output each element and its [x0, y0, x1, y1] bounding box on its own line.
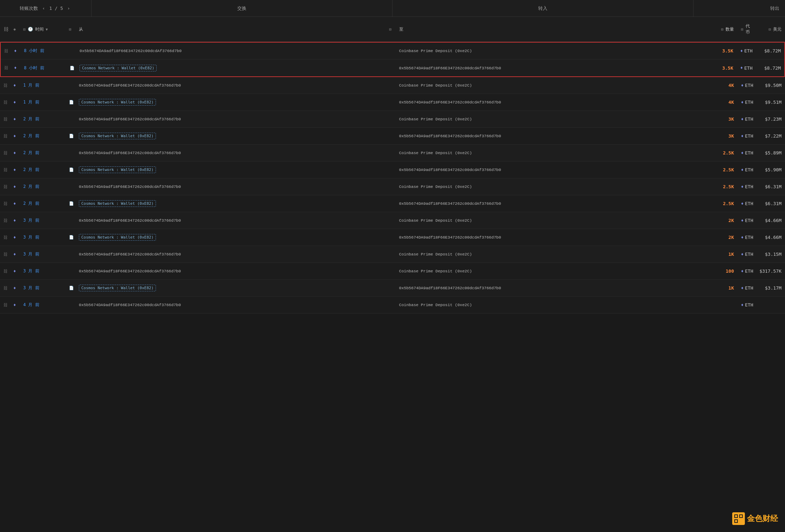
cosmos-tag[interactable]: Cosmos Network : Wallet (0xE82) [79, 285, 156, 291]
time-col-header[interactable]: ⊟ 🕐 时间 ▼ [20, 20, 65, 39]
row-to[interactable]: 0x5b5674DA9adf18F66E347262c00dcdAf3766d7… [396, 164, 706, 176]
row-eth-icon: ♦ [10, 299, 20, 311]
row-link-icon: ⛓ [0, 130, 10, 142]
table-row[interactable]: ⛓ ♦ 1 月 前 📄 Cosmos Network : Wallet (0xE… [0, 94, 785, 111]
table-row[interactable]: ⛓ ♦ 2 月 前 0x5b5674DA9adf18F66E347262c00d… [0, 111, 785, 128]
row-to[interactable]: Coinbase Prime Deposit (0xe2C) [396, 299, 706, 311]
row-from[interactable]: 0x5b5674DA9adf18F66E347262c00dcdAf3766d7… [75, 248, 386, 260]
row-usd: $8.72M [756, 45, 784, 57]
row-amount: 3.5K [705, 45, 737, 57]
row-to-icon [386, 302, 396, 309]
row-time: 3 月 前 [20, 231, 65, 244]
row-to[interactable]: Coinbase Prime Deposit (0xe2C) [396, 80, 706, 91]
row-amount [706, 302, 737, 309]
row-to[interactable]: 0x5b5674DA9adf18F66E347262c00dcdAf3766d7… [396, 282, 706, 294]
table-row[interactable]: ⛓ ♦ 2 月 前 📄 Cosmos Network : Wallet (0xE… [0, 128, 785, 145]
row-from[interactable]: Cosmos Network : Wallet (0xE82) [75, 230, 386, 244]
link-icon: ⛓ [4, 26, 8, 32]
row-from[interactable]: Cosmos Network : Wallet (0xE82) [75, 197, 386, 210]
row-from-icon [65, 150, 75, 157]
row-from[interactable]: Cosmos Network : Wallet (0xE82) [75, 95, 386, 109]
table-row[interactable]: ⛓ ♦ 2 月 前 📄 Cosmos Network : Wallet (0xE… [0, 162, 785, 178]
cosmos-tag[interactable]: Cosmos Network : Wallet (0xE82) [79, 166, 156, 173]
row-to[interactable]: 0x5b5674DA9adf18F66E347262c00dcdAf3766d7… [396, 130, 706, 142]
cosmos-tag[interactable]: Cosmos Network : Wallet (0xE82) [79, 234, 156, 241]
table-row[interactable]: ⛓ ♦ 3 月 前 0x5b5674DA9adf18F66E347262c00d… [0, 263, 785, 280]
doc-icon: 📄 [69, 134, 74, 138]
cosmos-tag[interactable]: Cosmos Network : Wallet (0xE82) [79, 133, 156, 139]
row-amount: 2K [706, 214, 737, 227]
row-to[interactable]: Coinbase Prime Deposit (0xe2C) [396, 113, 706, 125]
row-link-icon: ⛓ [0, 147, 10, 159]
row-to[interactable]: Coinbase Prime Deposit (0xe2C) [396, 181, 706, 192]
row-to[interactable]: 0x5b5674DA9adf18F66E347262c00dcdAf3766d7… [396, 96, 706, 108]
amount-col-header[interactable]: ⊟ 数量 [706, 20, 737, 39]
row-from[interactable]: Cosmos Network : Wallet (0xE82) [75, 281, 386, 295]
row-to[interactable]: Coinbase Prime Deposit (0xe2C) [396, 265, 706, 277]
table-row[interactable]: ⛓ ♦ 1 月 前 0x5b5674DA9adf18F66E347262c00d… [0, 77, 785, 94]
row-from-cosmos[interactable]: Cosmos Network : Wallet (0xE82) [76, 61, 386, 75]
row-from[interactable]: Cosmos Network : Wallet (0xE82) [75, 129, 386, 143]
cosmos-tag[interactable]: Cosmos Network : Wallet (0xE82) [80, 65, 157, 71]
row-to[interactable]: Coinbase Prime Deposit (0xe2C) [396, 248, 706, 260]
sort-icon-time: ▼ [46, 27, 48, 31]
row-from[interactable]: 0x5b5674DA9adf18F66E347262c00dcdAf3766d7… [75, 147, 386, 159]
doc-icon: 📄 [70, 66, 75, 70]
eth-diamond-icon: ♦ [13, 134, 16, 139]
row-to-icon [386, 268, 396, 275]
row-from[interactable]: 0x5b5674DA9adf18F66E347262c00dcdAf3766d7… [75, 113, 386, 125]
row-to-icon [386, 82, 396, 89]
table-row[interactable]: ⛓ ♦ 2 月 前 0x5b5674DA9adf18F66E347262c00d… [0, 178, 785, 195]
row-amount: 100 [706, 265, 737, 277]
row-to-address[interactable]: 0x5b5674DA9adf18F66E347262c00dcdAf3766d7… [396, 62, 705, 74]
filter-icon-amount: ⊟ [721, 27, 723, 32]
doc-icon: 📄 [69, 286, 74, 290]
table-row[interactable]: ⛓ ♦ 3 月 前 0x5b5674DA9adf18F66E347262c00d… [0, 246, 785, 263]
row-from-address[interactable]: 0x5b5674DA9adf18F66E347262c00dcdAf3766d7… [76, 45, 386, 57]
table-row[interactable]: ⛓ ♦ 3 月 前 📄 Cosmos Network : Wallet (0xE… [0, 280, 785, 297]
row-from[interactable]: 0x5b5674DA9adf18F66E347262c00dcdAf3766d7… [75, 80, 386, 91]
row-from[interactable]: 0x5b5674DA9adf18F66E347262c00dcdAf3766d7… [75, 181, 386, 192]
row-link-icon: ⛓ [0, 96, 10, 108]
row-from-icon [65, 116, 75, 123]
table-row[interactable]: ⛓ ♦ 8 小时 前 0x5b5674DA9adf18F66E347262c00… [1, 43, 784, 59]
row-to-icon [386, 251, 396, 258]
row-from[interactable]: 0x5b5674DA9adf18F66E347262c00dcdAf3766d7… [75, 299, 386, 311]
row-link-icon: ⛓ [0, 181, 10, 193]
row-to[interactable]: Coinbase Prime Deposit (0xe2C) [396, 215, 706, 226]
row-to-address[interactable]: Coinbase Prime Deposit (0xe2C) [396, 45, 705, 57]
table-row[interactable]: ⛓ ♦ 2 月 前 📄 Cosmos Network : Wallet (0xE… [0, 195, 785, 212]
row-from-icon: 📄 [65, 198, 75, 209]
row-currency: ♦ ETH [737, 282, 757, 294]
row-to[interactable]: 0x5b5674DA9adf18F66E347262c00dcdAf3766d7… [396, 232, 706, 243]
table-row[interactable]: ⛓ ♦ 8 小时 前 📄 Cosmos Network : Wallet (0x… [1, 59, 784, 76]
prev-page-button[interactable]: ‹ [41, 5, 46, 12]
row-to[interactable]: 0x5b5674DA9adf18F66E347262c00dcdAf3766d7… [396, 198, 706, 209]
next-page-button[interactable]: › [66, 5, 71, 12]
row-from-icon: 📄 [65, 130, 75, 142]
row-time: 2 月 前 [20, 197, 65, 210]
row-currency: ♦ ETH [737, 180, 757, 193]
link-icon: ⛓ [4, 49, 8, 53]
row-from[interactable]: 0x5b5674DA9adf18F66E347262c00dcdAf3766d7… [75, 215, 386, 226]
table-row[interactable]: ⛓ ♦ 2 月 前 0x5b5674DA9adf18F66E347262c00d… [0, 145, 785, 162]
row-from-icon [65, 268, 75, 275]
cosmos-tag[interactable]: Cosmos Network : Wallet (0xE82) [79, 99, 156, 106]
table-row[interactable]: ⛓ ♦ 3 月 前 📄 Cosmos Network : Wallet (0xE… [0, 229, 785, 246]
table-row[interactable]: ⛓ ♦ 3 月 前 0x5b5674DA9adf18F66E347262c00d… [0, 212, 785, 229]
row-currency: ♦ ETH [737, 79, 757, 91]
eth-diamond-icon: ♦ [13, 167, 16, 172]
row-from[interactable]: 0x5b5674DA9adf18F66E347262c00dcdAf3766d7… [75, 265, 386, 277]
row-usd: $6.31M [757, 180, 785, 193]
usd-col-header[interactable]: ⊟ 美元 [757, 20, 785, 39]
row-usd: $4.66M [757, 231, 785, 243]
row-time: 2 月 前 [20, 180, 65, 193]
link-icon: ⛓ [4, 83, 8, 88]
eth-diamond-icon: ♦ [13, 117, 16, 122]
cosmos-tag[interactable]: Cosmos Network : Wallet (0xE82) [79, 200, 156, 207]
row-time: 2 月 前 [20, 163, 65, 176]
table-row[interactable]: ⛓ ♦ 4 月 前 0x5b5674DA9adf18F66E347262c00d… [0, 297, 785, 314]
row-amount: 4K [706, 79, 737, 91]
row-to[interactable]: Coinbase Prime Deposit (0xe2C) [396, 147, 706, 159]
row-from[interactable]: Cosmos Network : Wallet (0xE82) [75, 163, 386, 177]
